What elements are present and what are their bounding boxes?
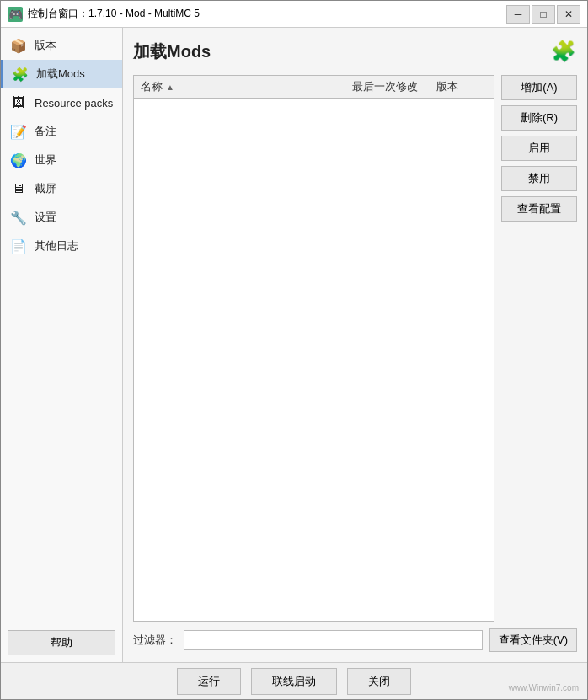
action-button-panel: 增加(A) 删除(R) 启用 禁用 查看配置: [501, 75, 577, 622]
other-logs-icon: 📄: [9, 237, 28, 255]
disable-button[interactable]: 禁用: [501, 166, 577, 191]
sidebar-label-notes: 备注: [35, 124, 56, 139]
bottom-bar: 运行 联线启动 关闭 www.Winwin7.com: [1, 662, 587, 699]
view-folder-button[interactable]: 查看文件夹(V): [489, 628, 577, 652]
mods-table-body[interactable]: [134, 99, 494, 621]
sort-arrow-icon: ▲: [166, 83, 174, 92]
settings-icon: 🔧: [9, 208, 28, 227]
table-header: 名称 ▲ 最后一次修改 版本: [134, 76, 494, 99]
sidebar-item-world[interactable]: 🌍 世界: [1, 146, 122, 174]
content-icon: 🧩: [550, 38, 577, 65]
content-area: 加载Mods 🧩 名称 ▲ 最后一次修改 版本: [123, 28, 587, 662]
sidebar-item-version[interactable]: 📦 版本: [1, 31, 122, 60]
world-icon: 🌍: [9, 151, 28, 169]
filter-label: 过滤器：: [133, 633, 177, 648]
run-button[interactable]: 运行: [177, 668, 241, 695]
table-area: 名称 ▲ 最后一次修改 版本 增加(A) 删除(R) 启用 禁用: [133, 75, 577, 622]
sidebar-label-version: 版本: [35, 38, 56, 53]
watermark: www.Winwin7.com: [509, 683, 579, 692]
col-name: 名称 ▲: [141, 79, 352, 94]
sidebar-item-load-mods[interactable]: 🧩 加载Mods: [1, 60, 122, 88]
enable-button[interactable]: 启用: [501, 136, 577, 161]
app-icon: 🎮: [8, 7, 23, 22]
sidebar-item-other-logs[interactable]: 📄 其他日志: [1, 232, 122, 260]
minimize-button[interactable]: ─: [506, 5, 530, 24]
sidebar-label-settings: 设置: [35, 210, 56, 225]
load-mods-icon: 🧩: [11, 65, 29, 83]
sidebar-item-settings[interactable]: 🔧 设置: [1, 203, 122, 232]
sidebar-label-load-mods: 加载Mods: [36, 67, 85, 82]
sidebar: 📦 版本 🧩 加载Mods 🖼 Resource packs 📝 备注 🌍: [1, 28, 123, 662]
filter-bar: 过滤器： 查看文件夹(V): [133, 628, 577, 652]
sidebar-item-screenshot[interactable]: 🖥 截屏: [1, 174, 122, 203]
main-window: 🎮 控制台窗口：1.7.10 - Mod - MultiMC 5 ─ □ ✕ 📦…: [0, 0, 588, 700]
filter-input[interactable]: [184, 630, 483, 650]
page-title: 加载Mods: [133, 40, 550, 63]
close-button[interactable]: ✕: [557, 5, 580, 24]
close-bottom-button[interactable]: 关闭: [347, 668, 411, 695]
maximize-button[interactable]: □: [532, 5, 555, 24]
remove-button[interactable]: 删除(R): [501, 105, 577, 131]
add-button[interactable]: 增加(A): [501, 75, 577, 100]
content-header: 加载Mods 🧩: [133, 38, 577, 65]
sidebar-label-screenshot: 截屏: [35, 181, 56, 196]
col-version: 版本: [436, 79, 487, 94]
col-last-modified: 最后一次修改: [352, 79, 436, 94]
online-launch-button[interactable]: 联线启动: [251, 668, 337, 695]
sidebar-label-world: 世界: [35, 152, 56, 168]
window-title: 控制台窗口：1.7.10 - Mod - MultiMC 5: [28, 7, 506, 21]
mods-table: 名称 ▲ 最后一次修改 版本: [133, 75, 494, 622]
version-icon: 📦: [9, 36, 28, 55]
screenshot-icon: 🖥: [9, 179, 28, 198]
resource-packs-icon: 🖼: [9, 94, 28, 112]
help-button-sidebar[interactable]: 帮助: [8, 630, 115, 655]
sidebar-label-resource-packs: Resource packs: [35, 97, 113, 110]
main-area: 📦 版本 🧩 加载Mods 🖼 Resource packs 📝 备注 🌍: [1, 28, 587, 662]
view-config-button[interactable]: 查看配置: [501, 196, 577, 222]
sidebar-label-other-logs: 其他日志: [35, 238, 78, 254]
sidebar-item-notes[interactable]: 📝 备注: [1, 117, 122, 146]
titlebar: 🎮 控制台窗口：1.7.10 - Mod - MultiMC 5 ─ □ ✕: [1, 1, 587, 28]
sidebar-footer: 帮助: [1, 623, 122, 662]
notes-icon: 📝: [9, 122, 28, 141]
sidebar-item-resource-packs[interactable]: 🖼 Resource packs: [1, 88, 122, 117]
sidebar-items: 📦 版本 🧩 加载Mods 🖼 Resource packs 📝 备注 🌍: [1, 28, 122, 623]
window-controls: ─ □ ✕: [506, 5, 580, 24]
